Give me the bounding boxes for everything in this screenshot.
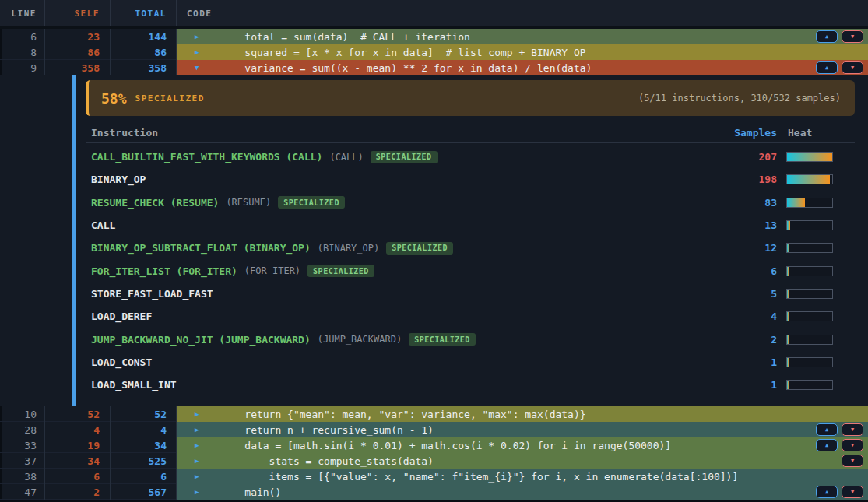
code-line-row: 9 358 358 ▼ variance = sum((x - mean) **…: [0, 60, 868, 75]
jump-up-button[interactable]: ▲: [816, 61, 838, 74]
jump-up-button[interactable]: ▲: [816, 423, 838, 436]
jump-up-button[interactable]: ▲: [816, 30, 838, 43]
total-samples: 358: [111, 60, 177, 75]
instruction-samples: 198: [746, 174, 777, 185]
column-header-code[interactable]: CODE: [177, 0, 868, 26]
specialization-banner: 58% SPECIALIZED (5/11 instructions, 310/…: [86, 80, 855, 116]
jump-down-button[interactable]: ▼: [842, 61, 863, 74]
jump-down-button[interactable]: ▼: [842, 455, 863, 467]
instruction-table-body: CALL_BUILTIN_FAST_WITH_KEYWORDS (CALL) (…: [86, 146, 855, 396]
specialization-label: SPECIALIZED: [135, 93, 205, 104]
code-cell[interactable]: ▶ main() ▲ ▼: [177, 484, 868, 500]
expansion-connector-line: [72, 75, 76, 406]
instruction-name-group: CALL: [91, 219, 115, 231]
jump-down-button[interactable]: ▼: [842, 423, 863, 436]
column-header-total[interactable]: TOTAL: [111, 0, 177, 26]
heat-cell: [777, 220, 855, 230]
code-cell[interactable]: ▶ squared = [x * x for x in data] # list…: [177, 44, 868, 60]
instruction-row: CALL 13: [86, 214, 855, 237]
instruction-row: BINARY_OP 198: [86, 168, 855, 191]
generic-opcode: (JUMP_BACKWARD): [318, 334, 402, 345]
total-samples: 567: [111, 484, 177, 500]
heat-bar-fill: [787, 381, 789, 389]
heat-bar-fill: [787, 267, 789, 276]
instruction-name-group: CALL_BUILTIN_FAST_WITH_KEYWORDS (CALL) (…: [91, 151, 438, 163]
specialized-badge: SPECIALIZED: [278, 196, 345, 209]
total-samples: 4: [111, 422, 177, 437]
line-number: 9: [0, 60, 45, 75]
instruction-name-group: FOR_ITER_LIST (FOR_ITER) (FOR_ITER) SPEC…: [91, 265, 374, 277]
jump-down-button[interactable]: ▼: [842, 439, 863, 451]
nav-buttons: ▲ ▼: [816, 423, 863, 436]
line-number: 33: [0, 437, 45, 453]
line-number: 37: [0, 453, 45, 469]
code-line-row: 33 19 34 ▶ data = [math.sin(i * 0.01) + …: [0, 437, 868, 453]
code-line-row: 28 4 4 ▶ return n + recursive_sum(n - 1)…: [0, 422, 868, 437]
instruction-samples: 2: [746, 334, 777, 346]
instruction-name: CALL: [91, 219, 115, 231]
expand-arrow-icon[interactable]: ▶: [195, 411, 199, 418]
expand-arrow-icon[interactable]: ▶: [195, 489, 199, 496]
code-line-row: 8 86 86 ▶ squared = [x * x for x in data…: [0, 44, 868, 60]
instruction-name-group: RESUME_CHECK (RESUME) (RESUME) SPECIALIZ…: [91, 196, 345, 209]
column-header-samples[interactable]: Samples: [734, 127, 777, 139]
heat-cell: [777, 152, 855, 162]
heat-cell: [777, 289, 855, 299]
heat-bar: [786, 357, 833, 367]
self-samples: 52: [45, 406, 111, 422]
generic-opcode: (RESUME): [226, 197, 271, 208]
heat-cell: [777, 174, 855, 184]
expand-arrow-icon[interactable]: ▼: [195, 65, 199, 72]
self-samples: 23: [45, 29, 111, 44]
heat-bar: [786, 266, 833, 276]
self-samples: 4: [45, 422, 111, 437]
self-samples: 358: [45, 60, 111, 75]
jump-up-button[interactable]: ▲: [816, 439, 838, 451]
self-samples: 34: [45, 453, 111, 469]
jump-up-button[interactable]: ▲: [816, 486, 838, 498]
jump-down-button[interactable]: ▼: [842, 30, 863, 43]
line-number: 38: [0, 469, 45, 484]
code-rows-bottom: 10 52 52 ▶ return {"mean": mean, "var": …: [0, 406, 868, 500]
instruction-name: BINARY_OP: [91, 174, 146, 185]
table-header: LINE SELF TOTAL CODE: [0, 0, 868, 29]
source-code-text: return n + recursive_sum(n - 1): [177, 424, 434, 436]
expand-arrow-icon[interactable]: ▶: [195, 33, 199, 40]
heat-bar: [786, 198, 833, 208]
code-cell[interactable]: ▼ variance = sum((x - mean) ** 2 for x i…: [177, 60, 868, 75]
instruction-name: CALL_BUILTIN_FAST_WITH_KEYWORDS (CALL): [91, 151, 322, 163]
source-code-text: main(): [177, 486, 281, 498]
expand-arrow-icon[interactable]: ▶: [195, 442, 199, 449]
expand-arrow-icon[interactable]: ▶: [195, 473, 199, 480]
jump-down-button[interactable]: ▼: [842, 486, 863, 498]
expand-arrow-icon[interactable]: ▶: [195, 427, 199, 434]
code-rows-top: 6 23 144 ▶ total = sum(data) # CALL + it…: [0, 29, 868, 75]
code-line-row: 38 6 6 ▶ items = [{"value": x, "name": f…: [0, 469, 868, 484]
instruction-name-group: JUMP_BACKWARD_NO_JIT (JUMP_BACKWARD) (JU…: [91, 333, 476, 346]
column-header-self[interactable]: SELF: [45, 0, 111, 26]
heat-cell: [777, 335, 855, 345]
instruction-samples: 6: [746, 265, 777, 277]
expand-arrow-icon[interactable]: ▶: [195, 458, 199, 465]
code-cell[interactable]: ▶ return {"mean": mean, "var": variance,…: [177, 406, 868, 422]
code-cell[interactable]: ▶ total = sum(data) # CALL + iteration ▲…: [177, 29, 868, 44]
code-cell[interactable]: ▶ data = [math.sin(i * 0.01) + math.cos(…: [177, 437, 868, 453]
specialized-badge: SPECIALIZED: [386, 242, 453, 255]
total-samples: 6: [111, 469, 177, 484]
source-code-text: squared = [x * x for x in data] # list c…: [177, 47, 586, 58]
heat-bar-fill: [787, 290, 789, 298]
code-cell[interactable]: ▶ return n + recursive_sum(n - 1) ▲ ▼: [177, 422, 868, 437]
nav-buttons: ▲ ▼: [816, 439, 863, 451]
profiler-window: LINE SELF TOTAL CODE 6 23 144 ▶ total = …: [0, 0, 868, 502]
column-header-line[interactable]: LINE: [0, 0, 45, 26]
self-samples: 19: [45, 437, 111, 453]
heat-bar: [786, 335, 833, 345]
column-header-heat: Heat: [777, 127, 855, 139]
code-cell[interactable]: ▶ items = [{"value": x, "name": f"item_{…: [177, 469, 868, 484]
self-samples: 6: [45, 469, 111, 484]
expand-arrow-icon[interactable]: ▶: [195, 49, 199, 56]
code-cell[interactable]: ▶ stats = compute_stats(data) ▼: [177, 453, 868, 469]
heat-bar: [786, 152, 833, 162]
total-samples: 86: [111, 44, 177, 60]
line-number: 10: [0, 406, 45, 422]
